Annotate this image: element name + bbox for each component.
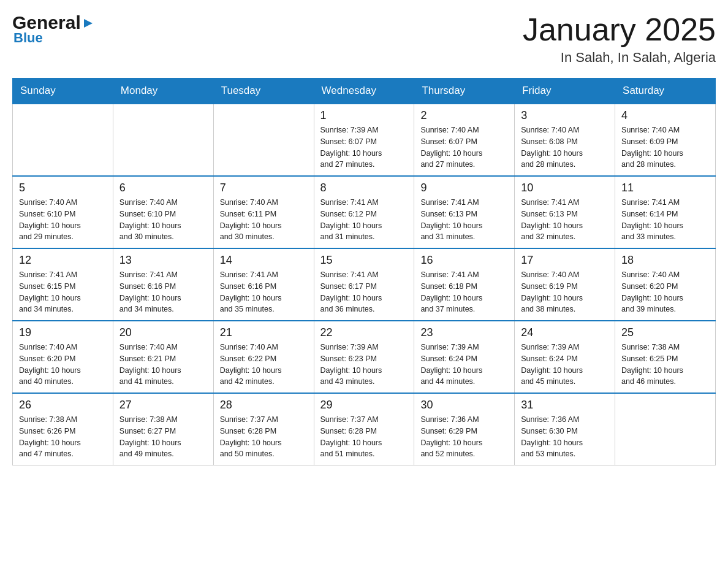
- day-number: 20: [119, 326, 207, 339]
- calendar-day-13: 13Sunrise: 7:41 AM Sunset: 6:16 PM Dayli…: [113, 248, 213, 321]
- calendar-day-17: 17Sunrise: 7:40 AM Sunset: 6:19 PM Dayli…: [515, 248, 615, 321]
- day-info: Sunrise: 7:38 AM Sunset: 6:27 PM Dayligh…: [119, 414, 207, 460]
- day-number: 12: [19, 254, 107, 267]
- day-info: Sunrise: 7:40 AM Sunset: 6:09 PM Dayligh…: [621, 124, 709, 170]
- logo-blue-text: Blue: [13, 30, 43, 45]
- calendar-day-25: 25Sunrise: 7:38 AM Sunset: 6:25 PM Dayli…: [615, 321, 716, 393]
- logo: General Blue: [12, 12, 94, 46]
- day-number: 7: [220, 182, 308, 194]
- calendar-day-12: 12Sunrise: 7:41 AM Sunset: 6:15 PM Dayli…: [13, 248, 113, 321]
- day-number: 22: [320, 326, 408, 339]
- day-info: Sunrise: 7:41 AM Sunset: 6:18 PM Dayligh…: [420, 269, 508, 315]
- day-info: Sunrise: 7:36 AM Sunset: 6:29 PM Dayligh…: [420, 414, 508, 460]
- day-number: 15: [320, 254, 408, 267]
- calendar-week-row: 12Sunrise: 7:41 AM Sunset: 6:15 PM Dayli…: [13, 248, 716, 321]
- day-number: 14: [220, 254, 308, 267]
- day-number: 21: [220, 326, 308, 339]
- day-number: 13: [119, 254, 207, 267]
- calendar-day-19: 19Sunrise: 7:40 AM Sunset: 6:20 PM Dayli…: [13, 321, 113, 393]
- day-number: 16: [420, 254, 508, 267]
- day-info: Sunrise: 7:41 AM Sunset: 6:14 PM Dayligh…: [621, 197, 709, 243]
- day-info: Sunrise: 7:40 AM Sunset: 6:20 PM Dayligh…: [621, 269, 709, 315]
- calendar-day-23: 23Sunrise: 7:39 AM Sunset: 6:24 PM Dayli…: [414, 321, 515, 393]
- calendar-day-14: 14Sunrise: 7:41 AM Sunset: 6:16 PM Dayli…: [213, 248, 314, 321]
- weekday-header-sunday: Sunday: [13, 79, 113, 104]
- calendar-week-row: 26Sunrise: 7:38 AM Sunset: 6:26 PM Dayli…: [13, 393, 716, 465]
- day-number: 4: [621, 109, 709, 122]
- day-number: 24: [521, 326, 609, 339]
- day-number: 5: [19, 182, 107, 194]
- day-number: 27: [119, 399, 207, 412]
- weekday-header-tuesday: Tuesday: [213, 79, 314, 104]
- calendar-day-10: 10Sunrise: 7:41 AM Sunset: 6:13 PM Dayli…: [515, 176, 615, 248]
- calendar-week-row: 5Sunrise: 7:40 AM Sunset: 6:10 PM Daylig…: [13, 176, 716, 248]
- day-info: Sunrise: 7:38 AM Sunset: 6:26 PM Dayligh…: [19, 414, 107, 460]
- day-number: 26: [19, 399, 107, 412]
- day-info: Sunrise: 7:40 AM Sunset: 6:21 PM Dayligh…: [119, 342, 207, 388]
- day-number: 29: [320, 399, 408, 412]
- calendar-day-4: 4Sunrise: 7:40 AM Sunset: 6:09 PM Daylig…: [615, 104, 716, 176]
- day-info: Sunrise: 7:37 AM Sunset: 6:28 PM Dayligh…: [220, 414, 308, 460]
- calendar-day-16: 16Sunrise: 7:41 AM Sunset: 6:18 PM Dayli…: [414, 248, 515, 321]
- day-info: Sunrise: 7:39 AM Sunset: 6:24 PM Dayligh…: [420, 342, 508, 388]
- weekday-header-wednesday: Wednesday: [314, 79, 414, 104]
- day-number: 3: [521, 109, 609, 122]
- calendar-week-row: 1Sunrise: 7:39 AM Sunset: 6:07 PM Daylig…: [13, 104, 716, 176]
- day-number: 8: [320, 182, 408, 194]
- calendar-day-27: 27Sunrise: 7:38 AM Sunset: 6:27 PM Dayli…: [113, 393, 213, 465]
- month-title: January 2025: [523, 12, 716, 47]
- weekday-header-friday: Friday: [515, 79, 615, 104]
- weekday-header-monday: Monday: [113, 79, 213, 104]
- day-info: Sunrise: 7:41 AM Sunset: 6:16 PM Dayligh…: [119, 269, 207, 315]
- location-title: In Salah, In Salah, Algeria: [523, 50, 716, 66]
- calendar-day-21: 21Sunrise: 7:40 AM Sunset: 6:22 PM Dayli…: [213, 321, 314, 393]
- day-number: 23: [420, 326, 508, 339]
- day-number: 18: [621, 254, 709, 267]
- day-info: Sunrise: 7:36 AM Sunset: 6:30 PM Dayligh…: [521, 414, 609, 460]
- calendar-day-20: 20Sunrise: 7:40 AM Sunset: 6:21 PM Dayli…: [113, 321, 213, 393]
- day-number: 19: [19, 326, 107, 339]
- day-number: 1: [320, 109, 408, 122]
- day-number: 25: [621, 326, 709, 339]
- day-info: Sunrise: 7:38 AM Sunset: 6:25 PM Dayligh…: [621, 342, 709, 388]
- weekday-header-row: SundayMondayTuesdayWednesdayThursdayFrid…: [13, 79, 716, 104]
- calendar-day-26: 26Sunrise: 7:38 AM Sunset: 6:26 PM Dayli…: [13, 393, 113, 465]
- day-info: Sunrise: 7:39 AM Sunset: 6:24 PM Dayligh…: [521, 342, 609, 388]
- calendar-empty-cell: [113, 104, 213, 176]
- calendar-day-1: 1Sunrise: 7:39 AM Sunset: 6:07 PM Daylig…: [314, 104, 414, 176]
- day-number: 2: [420, 109, 508, 122]
- calendar-table: SundayMondayTuesdayWednesdayThursdayFrid…: [12, 78, 716, 465]
- day-number: 11: [621, 182, 709, 194]
- day-number: 30: [420, 399, 508, 412]
- calendar-day-18: 18Sunrise: 7:40 AM Sunset: 6:20 PM Dayli…: [615, 248, 716, 321]
- calendar-day-8: 8Sunrise: 7:41 AM Sunset: 6:12 PM Daylig…: [314, 176, 414, 248]
- day-info: Sunrise: 7:40 AM Sunset: 6:10 PM Dayligh…: [19, 197, 107, 243]
- calendar-day-5: 5Sunrise: 7:40 AM Sunset: 6:10 PM Daylig…: [13, 176, 113, 248]
- day-number: 17: [521, 254, 609, 267]
- calendar-day-9: 9Sunrise: 7:41 AM Sunset: 6:13 PM Daylig…: [414, 176, 515, 248]
- day-info: Sunrise: 7:39 AM Sunset: 6:07 PM Dayligh…: [320, 124, 408, 170]
- calendar-week-row: 19Sunrise: 7:40 AM Sunset: 6:20 PM Dayli…: [13, 321, 716, 393]
- day-number: 28: [220, 399, 308, 412]
- svg-marker-0: [84, 19, 93, 28]
- calendar-day-15: 15Sunrise: 7:41 AM Sunset: 6:17 PM Dayli…: [314, 248, 414, 321]
- calendar-day-6: 6Sunrise: 7:40 AM Sunset: 6:10 PM Daylig…: [113, 176, 213, 248]
- calendar-empty-cell: [213, 104, 314, 176]
- calendar-day-22: 22Sunrise: 7:39 AM Sunset: 6:23 PM Dayli…: [314, 321, 414, 393]
- day-info: Sunrise: 7:41 AM Sunset: 6:16 PM Dayligh…: [220, 269, 308, 315]
- weekday-header-saturday: Saturday: [615, 79, 716, 104]
- calendar-day-2: 2Sunrise: 7:40 AM Sunset: 6:07 PM Daylig…: [414, 104, 515, 176]
- calendar-day-30: 30Sunrise: 7:36 AM Sunset: 6:29 PM Dayli…: [414, 393, 515, 465]
- day-info: Sunrise: 7:41 AM Sunset: 6:17 PM Dayligh…: [320, 269, 408, 315]
- calendar-day-24: 24Sunrise: 7:39 AM Sunset: 6:24 PM Dayli…: [515, 321, 615, 393]
- day-info: Sunrise: 7:40 AM Sunset: 6:07 PM Dayligh…: [420, 124, 508, 170]
- calendar-day-31: 31Sunrise: 7:36 AM Sunset: 6:30 PM Dayli…: [515, 393, 615, 465]
- title-block: January 2025 In Salah, In Salah, Algeria: [523, 12, 716, 66]
- calendar-day-7: 7Sunrise: 7:40 AM Sunset: 6:11 PM Daylig…: [213, 176, 314, 248]
- day-number: 10: [521, 182, 609, 194]
- calendar-empty-cell: [615, 393, 716, 465]
- day-number: 9: [420, 182, 508, 194]
- day-number: 6: [119, 182, 207, 194]
- day-info: Sunrise: 7:41 AM Sunset: 6:13 PM Dayligh…: [521, 197, 609, 243]
- day-info: Sunrise: 7:40 AM Sunset: 6:19 PM Dayligh…: [521, 269, 609, 315]
